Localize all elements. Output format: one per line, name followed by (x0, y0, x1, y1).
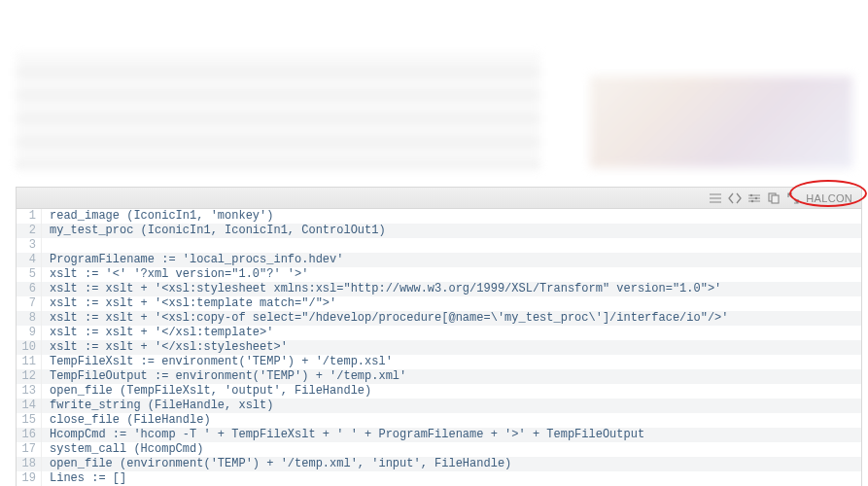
code-line[interactable]: 10xslt := xslt + '</xsl:stylesheet>' (17, 340, 861, 355)
line-number: 12 (17, 369, 42, 384)
line-code[interactable]: TempFileOutput := environment('TEMP') + … (42, 369, 861, 384)
line-code[interactable]: close_file (FileHandle) (42, 413, 861, 428)
line-code[interactable]: xslt := xslt + '<xsl:copy-of select="/hd… (42, 311, 861, 326)
line-number: 6 (17, 282, 42, 296)
line-code[interactable]: xslt := '<' '?xml version="1.0"?' '>' (42, 267, 861, 282)
expand-icon[interactable] (784, 191, 802, 206)
line-code[interactable]: system_call (HcompCmd) (42, 442, 861, 457)
line-code[interactable]: xslt := xslt + '<xsl:stylesheet xmlns:xs… (42, 282, 861, 296)
svg-point-2 (751, 199, 753, 201)
line-code[interactable]: open_file (TempFileXslt, 'output', FileH… (42, 384, 861, 399)
line-number: 9 (17, 326, 42, 340)
line-number: 16 (17, 428, 42, 442)
code-line[interactable]: 3 (17, 238, 861, 253)
blurred-content-left (16, 52, 540, 169)
line-number: 18 (17, 457, 42, 471)
code-line[interactable]: 6xslt := xslt + '<xsl:stylesheet xmlns:x… (17, 282, 861, 296)
code-line[interactable]: 5xslt := '<' '?xml version="1.0"?' '>' (17, 267, 861, 282)
line-number: 15 (17, 413, 42, 428)
blurred-content-right (590, 76, 852, 168)
line-number: 17 (17, 442, 42, 457)
line-code[interactable]: xslt := xslt + '</xsl:stylesheet>' (42, 340, 861, 355)
code-line[interactable]: 18open_file (environment('TEMP') + '/tem… (17, 457, 861, 471)
line-number: 14 (17, 399, 42, 413)
code-toolbar: HALCON (17, 188, 861, 209)
code-line[interactable]: 19Lines := [] (17, 471, 861, 486)
line-code[interactable]: ProgramFilename := 'local_procs_info.hde… (42, 253, 861, 267)
menu-icon[interactable] (707, 191, 724, 206)
code-listing[interactable]: 1read_image (IconicIn1, 'monkey')2my_tes… (17, 209, 861, 486)
line-code[interactable]: Lines := [] (42, 471, 861, 486)
line-number: 1 (17, 209, 42, 224)
code-line[interactable]: 12TempFileOutput := environment('TEMP') … (17, 369, 861, 384)
line-code[interactable]: fwrite_string (FileHandle, xslt) (42, 399, 861, 413)
line-number: 3 (17, 238, 42, 253)
line-number: 13 (17, 384, 42, 399)
line-code[interactable]: read_image (IconicIn1, 'monkey') (42, 209, 861, 224)
line-code[interactable] (42, 238, 861, 253)
line-code[interactable]: TempFileXslt := environment('TEMP') + '/… (42, 355, 861, 369)
line-number: 5 (17, 267, 42, 282)
svg-rect-4 (772, 195, 779, 203)
line-number: 11 (17, 355, 42, 369)
line-code[interactable]: open_file (environment('TEMP') + '/temp.… (42, 457, 861, 471)
line-code[interactable]: xslt := xslt + '</xsl:template>' (42, 326, 861, 340)
code-line[interactable]: 14fwrite_string (FileHandle, xslt) (17, 399, 861, 413)
line-number: 10 (17, 340, 42, 355)
svg-point-0 (750, 193, 752, 195)
line-code[interactable]: xslt := xslt + '<xsl:template match="/">… (42, 296, 861, 311)
code-line[interactable]: 11TempFileXslt := environment('TEMP') + … (17, 355, 861, 369)
svg-point-1 (755, 196, 757, 198)
code-line[interactable]: 15close_file (FileHandle) (17, 413, 861, 428)
line-code[interactable]: my_test_proc (IconicIn1, IconicIn1, Cont… (42, 224, 861, 238)
line-number: 4 (17, 253, 42, 267)
code-line[interactable]: 1read_image (IconicIn1, 'monkey') (17, 209, 861, 224)
settings-icon[interactable] (746, 191, 763, 206)
line-number: 19 (17, 471, 42, 486)
code-line[interactable]: 8xslt := xslt + '<xsl:copy-of select="/h… (17, 311, 861, 326)
code-line[interactable]: 9xslt := xslt + '</xsl:template>' (17, 326, 861, 340)
code-line[interactable]: 16HcompCmd := 'hcomp -T ' + TempFileXslt… (17, 428, 861, 442)
code-line[interactable]: 2my_test_proc (IconicIn1, IconicIn1, Con… (17, 224, 861, 238)
line-number: 7 (17, 296, 42, 311)
code-line[interactable]: 17system_call (HcompCmd) (17, 442, 861, 457)
code-line[interactable]: 7xslt := xslt + '<xsl:template match="/"… (17, 296, 861, 311)
copy-icon[interactable] (765, 191, 782, 206)
code-brackets-icon[interactable] (726, 191, 744, 206)
code-line[interactable]: 13open_file (TempFileXslt, 'output', Fil… (17, 384, 861, 399)
toolbar-label: HALCON (804, 192, 857, 204)
code-panel: HALCON 1read_image (IconicIn1, 'monkey')… (16, 187, 862, 486)
code-line[interactable]: 4ProgramFilename := 'local_procs_info.hd… (17, 253, 861, 267)
line-number: 8 (17, 311, 42, 326)
line-number: 2 (17, 224, 42, 238)
line-code[interactable]: HcompCmd := 'hcomp -T ' + TempFileXslt +… (42, 428, 861, 442)
